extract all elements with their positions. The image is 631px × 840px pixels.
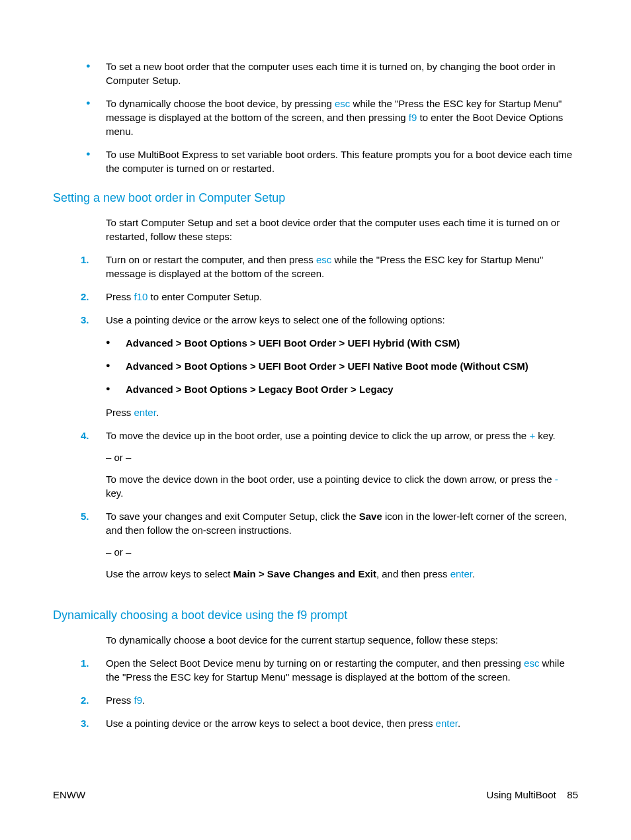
footer-left: ENWW: [53, 789, 85, 800]
text-run: Use the arrow keys to select: [106, 568, 233, 579]
sub-bullet-item: Advanced > Boot Options > UEFI Boot Orde…: [106, 359, 578, 373]
bold-text: Main > Save Changes and Exit: [233, 568, 376, 579]
key-text: f9: [409, 112, 417, 123]
key-text: enter: [134, 407, 156, 418]
key-text: +: [529, 430, 535, 441]
sub-paragraph: – or –: [106, 545, 578, 559]
bold-text: Save: [359, 511, 382, 522]
page: To set a new boot order that the compute…: [0, 0, 631, 840]
text-run: Use a pointing device or the arrow keys …: [106, 718, 436, 729]
list-item: To use MultiBoot Express to set variable…: [106, 147, 578, 175]
step-item: Press f9.: [106, 693, 578, 707]
list-item: To dynamically choose the boot device, b…: [106, 97, 578, 138]
footer-page-number: 85: [567, 789, 578, 800]
text-run: To move the device up in the boot order,…: [106, 430, 529, 441]
sub-bullet-item: Advanced > Boot Options > UEFI Boot Orde…: [106, 336, 578, 350]
footer-right: Using MultiBoot 85: [487, 789, 578, 800]
heading-setting-boot-order: Setting a new boot order in Computer Set…: [53, 190, 578, 206]
key-text: f10: [134, 291, 148, 302]
sub-paragraph: – or –: [106, 450, 578, 464]
text-run: To save your changes and exit Computer S…: [106, 511, 359, 522]
key-text: enter: [436, 718, 458, 729]
text-run: key.: [106, 487, 123, 499]
step-item: To move the device up in the boot order,…: [106, 429, 578, 500]
sub-bullet-list: Advanced > Boot Options > UEFI Boot Orde…: [106, 336, 578, 396]
setting-steps-list: Turn on or restart the computer, and the…: [53, 253, 578, 581]
text-run: .: [142, 694, 145, 706]
content: To set a new boot order that the compute…: [53, 60, 578, 730]
step-item: To save your changes and exit Computer S…: [106, 509, 578, 581]
text-run: Press: [106, 694, 134, 706]
after-paragraph: Press enter.: [106, 405, 578, 419]
text-run: .: [472, 568, 475, 579]
setting-intro-paragraph: To start Computer Setup and set a boot d…: [53, 216, 578, 243]
text-run: To move the device down in the boot orde…: [106, 474, 555, 485]
step-item: Open the Select Boot Device menu by turn…: [106, 656, 578, 684]
text-run: To dynamically choose the boot device, b…: [106, 98, 335, 109]
step-item: Use a pointing device or the arrow keys …: [106, 716, 578, 730]
step-item: Use a pointing device or the arrow keys …: [106, 313, 578, 419]
text-run: , and then press: [376, 568, 450, 579]
sub-paragraph: Use the arrow keys to select Main > Save…: [106, 567, 578, 581]
dynamic-steps-list: Open the Select Boot Device menu by turn…: [53, 656, 578, 730]
sub-bullet-item: Advanced > Boot Options > Legacy Boot Or…: [106, 382, 578, 396]
text-run: Press: [106, 291, 134, 302]
dynamic-intro-paragraph: To dynamically choose a boot device for …: [53, 633, 578, 647]
intro-bullets: To set a new boot order that the compute…: [53, 60, 578, 175]
key-text: esc: [524, 657, 539, 669]
key-text: enter: [450, 568, 472, 579]
key-text: esc: [316, 254, 331, 265]
text-run: .: [458, 718, 460, 729]
key-text: -: [555, 474, 558, 485]
text-run: key.: [535, 430, 556, 441]
text-run: Press: [106, 407, 134, 418]
text-run: Turn on or restart the computer, and the…: [106, 254, 316, 265]
text-run: to enter Computer Setup.: [147, 291, 262, 302]
text-run: Open the Select Boot Device menu by turn…: [106, 657, 524, 669]
footer-section-label: Using MultiBoot: [487, 789, 556, 800]
step-item: Press f10 to enter Computer Setup.: [106, 290, 578, 304]
list-item: To set a new boot order that the compute…: [106, 60, 578, 87]
heading-dynamic-f9: Dynamically choosing a boot device using…: [53, 607, 578, 624]
text-run: Use a pointing device or the arrow keys …: [106, 314, 445, 325]
text-run: .: [156, 407, 159, 418]
key-text: esc: [335, 98, 350, 109]
sub-paragraph: To move the device down in the boot orde…: [106, 472, 578, 500]
page-footer: ENWW Using MultiBoot 85: [53, 789, 578, 800]
step-item: Turn on or restart the computer, and the…: [106, 253, 578, 280]
key-text: f9: [134, 694, 143, 706]
